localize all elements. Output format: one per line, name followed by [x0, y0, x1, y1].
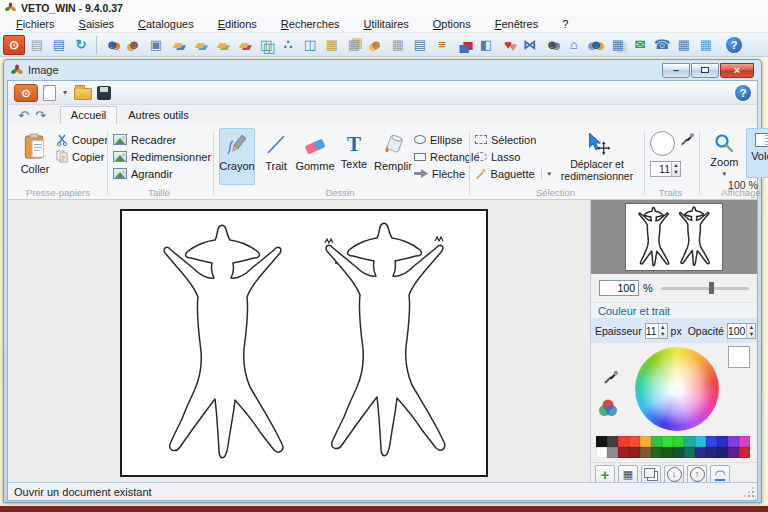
copy-button[interactable]: Copier — [56, 150, 108, 163]
dropdown-caret-icon[interactable]: ▾ — [63, 88, 67, 97]
thickness-spinner[interactable]: 11 ▲▼ — [645, 323, 668, 339]
power-icon[interactable]: ⊙ — [3, 35, 25, 55]
animal-icon[interactable]: ☻ — [124, 35, 144, 55]
menu-editions[interactable]: Editions — [206, 16, 269, 32]
lasso-tool[interactable]: Lasso — [475, 150, 551, 163]
cut-button[interactable]: Couper — [56, 133, 108, 146]
new-document-icon[interactable] — [43, 85, 56, 101]
palette-swatch[interactable] — [684, 436, 695, 447]
zoom-dropdown-icon[interactable]: ▾ — [723, 171, 727, 177]
text-tool[interactable]: Texte — [336, 128, 372, 185]
fill-tool[interactable]: Remplir — [375, 128, 411, 185]
printer-icon[interactable]: ▦ — [388, 35, 408, 55]
palette-swatch[interactable] — [651, 436, 662, 447]
media-icon[interactable]: ☻ — [542, 35, 562, 55]
current-color-swatch[interactable] — [728, 346, 750, 368]
palette-swatch[interactable] — [706, 436, 717, 447]
pane-button[interactable]: Volet — [746, 128, 768, 178]
enlarge-button[interactable]: Agrandir — [113, 167, 211, 180]
calendar-icon[interactable]: ▦ — [674, 35, 694, 55]
resize-button[interactable]: Redimensionner — [113, 150, 211, 163]
zoom-slider[interactable] — [661, 281, 749, 295]
window-help-button[interactable]: ? — [735, 85, 751, 101]
redo-icon[interactable]: ↷ — [35, 109, 46, 122]
palette-swatch[interactable] — [662, 436, 673, 447]
menu-recherches[interactable]: Recherches — [269, 16, 352, 32]
zoom-slider-handle[interactable] — [709, 282, 714, 294]
save-icon[interactable] — [97, 86, 111, 100]
archive-icon[interactable]: ◧ — [476, 35, 496, 55]
palette-swatch[interactable] — [596, 447, 607, 458]
phone-icon[interactable]: ☎ — [652, 35, 672, 55]
palette-swatch[interactable] — [739, 436, 750, 447]
hearts-icon[interactable]: ♥ — [498, 35, 518, 55]
network-nodes-icon[interactable]: ∴ — [278, 35, 298, 55]
folder-search-icon[interactable]: ▰ — [168, 35, 188, 55]
palette-swatch[interactable] — [607, 447, 618, 458]
crop-button[interactable]: Recadrer — [113, 133, 211, 146]
palette-swatch[interactable] — [728, 436, 739, 447]
folder-pin-icon[interactable]: ▰ — [234, 35, 254, 55]
stroke-width-spinner[interactable]: 11 ▲▼ — [650, 161, 681, 177]
rgb-circles-icon[interactable] — [598, 399, 618, 417]
menu-?[interactable]: ? — [550, 16, 580, 32]
spin-up-icon[interactable]: ▲ — [672, 162, 680, 169]
book-icon[interactable]: ⋈ — [520, 35, 540, 55]
spin-down-icon[interactable]: ▼ — [672, 169, 680, 176]
home-icon[interactable]: ⌂ — [564, 35, 584, 55]
zoom-button[interactable]: Zoom ▾ — [705, 128, 744, 178]
eraser-tool[interactable]: Gomme — [297, 128, 333, 185]
clients-icon[interactable]: ☻ — [102, 35, 122, 55]
tab-autres-outils[interactable]: Autres outils — [117, 106, 200, 124]
eyedropper-icon[interactable] — [680, 131, 695, 147]
chart-icon[interactable]: ▄ — [454, 35, 474, 55]
calculator-icon[interactable]: ▦ — [696, 35, 716, 55]
image-report-icon[interactable]: ▤ — [410, 35, 430, 55]
palette-swatch[interactable] — [651, 447, 662, 458]
wand-tool[interactable]: Baguette ▾ — [475, 167, 551, 180]
menu-fichiers[interactable]: Fichiers — [4, 16, 67, 32]
palette-swatch[interactable] — [596, 436, 607, 447]
palette-swatch[interactable] — [728, 447, 739, 458]
palette-swatch[interactable] — [629, 447, 640, 458]
palette-swatch[interactable] — [706, 447, 717, 458]
palette-swatch[interactable] — [640, 436, 651, 447]
user-folder-icon[interactable]: ☻ — [366, 35, 386, 55]
document-image[interactable] — [120, 209, 488, 477]
minimize-button[interactable]: – — [662, 63, 690, 78]
planning-icon[interactable]: ▦ — [608, 35, 628, 55]
refresh-icon[interactable]: ↻ — [71, 35, 91, 55]
menu-options[interactable]: Options — [421, 16, 483, 32]
palette-swatch[interactable] — [662, 447, 673, 458]
canvas-area[interactable] — [8, 200, 591, 482]
palette-swatch[interactable] — [607, 436, 618, 447]
menu-saisies[interactable]: Saisies — [67, 16, 126, 32]
palette-swatch[interactable] — [629, 436, 640, 447]
palette-swatch[interactable] — [695, 447, 706, 458]
palette-swatch[interactable] — [673, 436, 684, 447]
palette-swatch[interactable] — [673, 447, 684, 458]
palette-swatch[interactable] — [640, 447, 651, 458]
maximize-button[interactable] — [691, 63, 719, 78]
eyedropper-icon[interactable] — [603, 369, 619, 385]
menu-utilitaires[interactable]: Utilitaires — [352, 16, 421, 32]
folder-euro-icon[interactable]: ▰ — [212, 35, 232, 55]
palette-swatch[interactable] — [684, 447, 695, 458]
line-tool[interactable]: Trait — [258, 128, 294, 185]
palette-swatch[interactable] — [618, 436, 629, 447]
opacity-spinner[interactable]: 100 ▲▼ — [727, 323, 757, 339]
zoom-value-input[interactable] — [599, 280, 639, 296]
color-wheel[interactable] — [635, 347, 719, 431]
palette-swatch[interactable] — [717, 436, 728, 447]
network-share-icon[interactable]: ◫ — [256, 35, 276, 55]
list-icon[interactable]: ≡ — [432, 35, 452, 55]
undo-icon[interactable]: ↶ — [18, 109, 29, 122]
printer-user-icon[interactable]: ▦ — [322, 35, 342, 55]
help-icon[interactable]: ? — [726, 37, 742, 53]
safe-icon[interactable]: ▣ — [146, 35, 166, 55]
palette-swatch[interactable] — [695, 436, 706, 447]
save-drive-icon[interactable]: ▤ — [49, 35, 69, 55]
mail-icon[interactable]: ✉ — [630, 35, 650, 55]
palette-swatch[interactable] — [739, 447, 750, 458]
group-icon[interactable]: ☻ — [586, 35, 606, 55]
